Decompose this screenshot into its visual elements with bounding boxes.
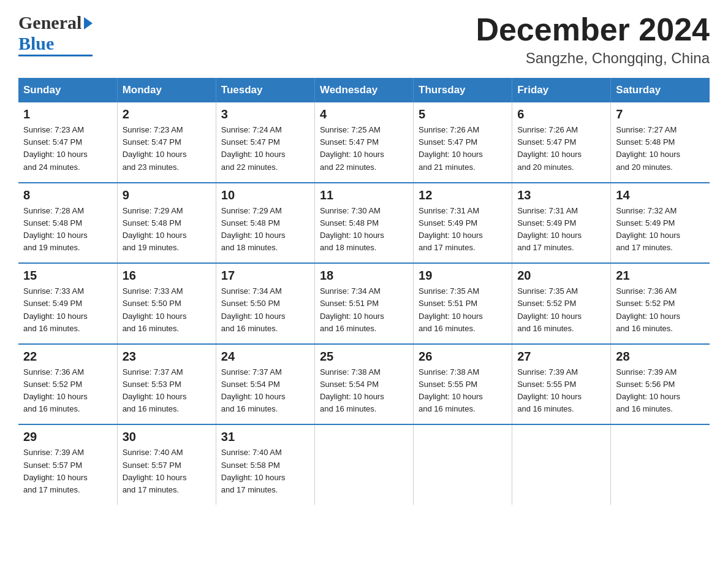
day-info: Sunrise: 7:34 AMSunset: 5:51 PMDaylight:… [320, 285, 408, 335]
day-cell: 13Sunrise: 7:31 AMSunset: 5:49 PMDayligh… [512, 183, 611, 264]
day-cell [414, 424, 512, 505]
day-cell: 2Sunrise: 7:23 AMSunset: 5:47 PMDaylight… [117, 102, 216, 183]
column-header-thursday: Thursday [414, 78, 512, 102]
day-number: 3 [221, 107, 309, 121]
day-number: 6 [517, 107, 605, 121]
column-header-wednesday: Wednesday [314, 78, 413, 102]
column-header-friday: Friday [512, 78, 611, 102]
day-cell: 9Sunrise: 7:29 AMSunset: 5:48 PMDaylight… [117, 183, 216, 264]
day-cell: 29Sunrise: 7:39 AMSunset: 5:57 PMDayligh… [18, 424, 117, 505]
day-cell: 22Sunrise: 7:36 AMSunset: 5:52 PMDayligh… [18, 344, 117, 425]
day-cell: 17Sunrise: 7:34 AMSunset: 5:50 PMDayligh… [216, 263, 314, 344]
day-info: Sunrise: 7:36 AMSunset: 5:52 PMDaylight:… [616, 285, 705, 335]
day-info: Sunrise: 7:33 AMSunset: 5:50 PMDaylight:… [123, 285, 211, 335]
day-number: 26 [419, 350, 507, 364]
day-info: Sunrise: 7:35 AMSunset: 5:51 PMDaylight:… [419, 285, 507, 335]
day-info: Sunrise: 7:29 AMSunset: 5:48 PMDaylight:… [123, 205, 211, 255]
day-info: Sunrise: 7:38 AMSunset: 5:54 PMDaylight:… [320, 366, 408, 416]
day-info: Sunrise: 7:28 AMSunset: 5:48 PMDaylight:… [23, 205, 112, 255]
column-header-saturday: Saturday [611, 78, 710, 102]
day-cell: 8Sunrise: 7:28 AMSunset: 5:48 PMDaylight… [18, 183, 117, 264]
day-number: 9 [123, 188, 211, 202]
day-number: 19 [419, 269, 507, 283]
day-info: Sunrise: 7:33 AMSunset: 5:49 PMDaylight:… [23, 285, 112, 335]
page-header: General Blue December 2024 Sangzhe, Chon… [18, 12, 710, 67]
calendar-table: SundayMondayTuesdayWednesdayThursdayFrid… [18, 78, 710, 505]
day-info: Sunrise: 7:23 AMSunset: 5:47 PMDaylight:… [123, 124, 211, 174]
day-info: Sunrise: 7:30 AMSunset: 5:48 PMDaylight:… [320, 205, 408, 255]
day-info: Sunrise: 7:39 AMSunset: 5:57 PMDaylight:… [23, 446, 112, 496]
column-header-tuesday: Tuesday [216, 78, 314, 102]
day-info: Sunrise: 7:40 AMSunset: 5:58 PMDaylight:… [221, 446, 309, 496]
day-cell: 25Sunrise: 7:38 AMSunset: 5:54 PMDayligh… [314, 344, 413, 425]
day-info: Sunrise: 7:29 AMSunset: 5:48 PMDaylight:… [221, 205, 309, 255]
day-info: Sunrise: 7:24 AMSunset: 5:47 PMDaylight:… [221, 124, 309, 174]
day-cell: 18Sunrise: 7:34 AMSunset: 5:51 PMDayligh… [314, 263, 413, 344]
week-row-5: 29Sunrise: 7:39 AMSunset: 5:57 PMDayligh… [18, 424, 710, 505]
day-cell: 20Sunrise: 7:35 AMSunset: 5:52 PMDayligh… [512, 263, 611, 344]
day-info: Sunrise: 7:38 AMSunset: 5:55 PMDaylight:… [419, 366, 507, 416]
day-number: 14 [616, 188, 705, 202]
logo-underline [18, 55, 93, 56]
day-info: Sunrise: 7:27 AMSunset: 5:48 PMDaylight:… [616, 124, 705, 174]
title-block: December 2024 Sangzhe, Chongqing, China [476, 12, 710, 67]
day-cell [314, 424, 413, 505]
day-info: Sunrise: 7:25 AMSunset: 5:47 PMDaylight:… [320, 124, 408, 174]
day-number: 25 [320, 350, 408, 364]
day-cell: 15Sunrise: 7:33 AMSunset: 5:49 PMDayligh… [18, 263, 117, 344]
day-cell [611, 424, 710, 505]
day-number: 22 [23, 350, 112, 364]
day-cell [512, 424, 611, 505]
day-cell: 23Sunrise: 7:37 AMSunset: 5:53 PMDayligh… [117, 344, 216, 425]
day-cell: 30Sunrise: 7:40 AMSunset: 5:57 PMDayligh… [117, 424, 216, 505]
day-number: 31 [221, 430, 309, 444]
day-info: Sunrise: 7:37 AMSunset: 5:54 PMDaylight:… [221, 366, 309, 416]
day-info: Sunrise: 7:26 AMSunset: 5:47 PMDaylight:… [419, 124, 507, 174]
day-cell: 12Sunrise: 7:31 AMSunset: 5:49 PMDayligh… [414, 183, 512, 264]
day-number: 15 [23, 269, 112, 283]
day-info: Sunrise: 7:32 AMSunset: 5:49 PMDaylight:… [616, 205, 705, 255]
day-info: Sunrise: 7:31 AMSunset: 5:49 PMDaylight:… [517, 205, 605, 255]
day-cell: 7Sunrise: 7:27 AMSunset: 5:48 PMDaylight… [611, 102, 710, 183]
day-cell: 14Sunrise: 7:32 AMSunset: 5:49 PMDayligh… [611, 183, 710, 264]
day-info: Sunrise: 7:26 AMSunset: 5:47 PMDaylight:… [517, 124, 605, 174]
week-row-4: 22Sunrise: 7:36 AMSunset: 5:52 PMDayligh… [18, 344, 710, 425]
logo-arrow-icon [84, 17, 93, 29]
day-cell: 3Sunrise: 7:24 AMSunset: 5:47 PMDaylight… [216, 102, 314, 183]
day-cell: 31Sunrise: 7:40 AMSunset: 5:58 PMDayligh… [216, 424, 314, 505]
day-number: 4 [320, 107, 408, 121]
day-number: 20 [517, 269, 605, 283]
day-number: 7 [616, 107, 705, 121]
column-header-monday: Monday [117, 78, 216, 102]
day-cell: 19Sunrise: 7:35 AMSunset: 5:51 PMDayligh… [414, 263, 512, 344]
day-cell: 24Sunrise: 7:37 AMSunset: 5:54 PMDayligh… [216, 344, 314, 425]
day-info: Sunrise: 7:39 AMSunset: 5:55 PMDaylight:… [517, 366, 605, 416]
column-header-sunday: Sunday [18, 78, 117, 102]
day-info: Sunrise: 7:31 AMSunset: 5:49 PMDaylight:… [419, 205, 507, 255]
day-cell: 21Sunrise: 7:36 AMSunset: 5:52 PMDayligh… [611, 263, 710, 344]
calendar-header-row: SundayMondayTuesdayWednesdayThursdayFrid… [18, 78, 710, 102]
day-number: 23 [123, 350, 211, 364]
day-info: Sunrise: 7:40 AMSunset: 5:57 PMDaylight:… [123, 446, 211, 496]
day-number: 17 [221, 269, 309, 283]
day-info: Sunrise: 7:37 AMSunset: 5:53 PMDaylight:… [123, 366, 211, 416]
day-info: Sunrise: 7:36 AMSunset: 5:52 PMDaylight:… [23, 366, 112, 416]
day-info: Sunrise: 7:39 AMSunset: 5:56 PMDaylight:… [616, 366, 705, 416]
week-row-3: 15Sunrise: 7:33 AMSunset: 5:49 PMDayligh… [18, 263, 710, 344]
day-number: 16 [123, 269, 211, 283]
day-number: 30 [123, 430, 211, 444]
day-number: 29 [23, 430, 112, 444]
day-number: 11 [320, 188, 408, 202]
day-number: 28 [616, 350, 705, 364]
day-cell: 16Sunrise: 7:33 AMSunset: 5:50 PMDayligh… [117, 263, 216, 344]
week-row-1: 1Sunrise: 7:23 AMSunset: 5:47 PMDaylight… [18, 102, 710, 183]
calendar-title: December 2024 [476, 12, 710, 47]
day-cell: 5Sunrise: 7:26 AMSunset: 5:47 PMDaylight… [414, 102, 512, 183]
day-cell: 10Sunrise: 7:29 AMSunset: 5:48 PMDayligh… [216, 183, 314, 264]
calendar-subtitle: Sangzhe, Chongqing, China [476, 50, 710, 67]
day-cell: 27Sunrise: 7:39 AMSunset: 5:55 PMDayligh… [512, 344, 611, 425]
logo-general-text: General [18, 12, 82, 33]
day-info: Sunrise: 7:35 AMSunset: 5:52 PMDaylight:… [517, 285, 605, 335]
day-number: 18 [320, 269, 408, 283]
day-number: 10 [221, 188, 309, 202]
